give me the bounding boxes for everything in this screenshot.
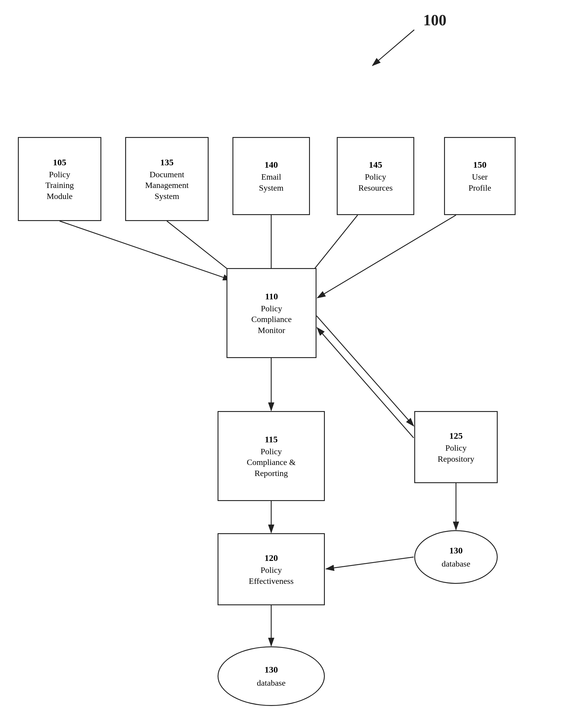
node-115: 115 PolicyCompliance &Reporting — [217, 411, 325, 501]
node-120-label: PolicyEffectiveness — [249, 565, 294, 587]
node-140-label: EmailSystem — [259, 172, 284, 193]
node-145-id: 145 — [369, 159, 382, 170]
main-ref-label: 100 — [423, 12, 446, 28]
node-140: 140 EmailSystem — [232, 137, 310, 215]
node-115-id: 115 — [265, 434, 277, 445]
node-130a-label: database — [442, 558, 470, 570]
node-150-label: UserProfile — [468, 172, 491, 193]
node-105: 105 PolicyTrainingModule — [18, 137, 101, 221]
node-150: 150 UserProfile — [444, 137, 516, 215]
node-125-label: PolicyRepository — [438, 443, 475, 464]
node-130b-label: database — [257, 677, 286, 689]
node-105-label: PolicyTrainingModule — [45, 169, 74, 202]
arrow-110-125 — [316, 316, 414, 426]
node-130a-id: 130 — [449, 544, 463, 557]
arrow-150-110 — [317, 215, 456, 298]
node-130b: 130 database — [217, 646, 325, 706]
node-120: 120 PolicyEffectiveness — [217, 533, 325, 605]
node-145-label: PolicyResources — [358, 172, 393, 193]
node-150-id: 150 — [473, 159, 487, 170]
arrow-105-110 — [60, 221, 231, 280]
ref-bracket — [373, 30, 414, 66]
node-135: 135 DocumentManagementSystem — [125, 137, 209, 221]
node-110-label: PolicyComplianceMonitor — [251, 303, 292, 336]
node-110: 110 PolicyComplianceMonitor — [227, 268, 316, 358]
node-105-id: 105 — [53, 156, 66, 168]
node-135-label: DocumentManagementSystem — [145, 169, 189, 202]
arrow-125-110-back — [317, 328, 414, 438]
arrow-130a-120 — [326, 557, 414, 569]
node-125: 125 PolicyRepository — [414, 411, 498, 483]
node-140-id: 140 — [265, 159, 278, 170]
node-115-label: PolicyCompliance &Reporting — [247, 446, 296, 479]
node-110-id: 110 — [265, 290, 278, 302]
diagram: 100 — [0, 0, 588, 728]
node-125-id: 125 — [449, 430, 463, 441]
node-120-id: 120 — [265, 552, 278, 564]
node-145: 145 PolicyResources — [337, 137, 414, 215]
node-135-id: 135 — [160, 156, 174, 168]
node-130a: 130 database — [414, 530, 498, 584]
node-130b-id: 130 — [265, 663, 278, 676]
